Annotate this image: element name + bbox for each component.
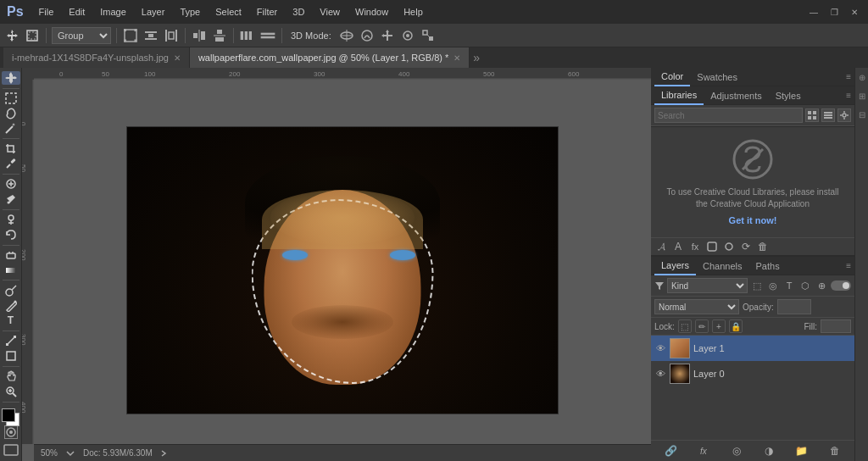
lib-btn-2[interactable]: A: [671, 240, 685, 253]
menu-select[interactable]: Select: [209, 5, 248, 19]
distribute-v-icon[interactable]: [211, 27, 228, 44]
align-icon[interactable]: [142, 27, 159, 44]
foreground-color[interactable]: [2, 408, 15, 422]
tab-channels[interactable]: Channels: [696, 257, 748, 275]
menu-3d[interactable]: 3D: [286, 5, 311, 19]
crop-tool[interactable]: [2, 142, 20, 156]
lock-artboard-btn[interactable]: +: [712, 319, 726, 333]
menu-file[interactable]: File: [32, 5, 61, 19]
text-tool[interactable]: T: [2, 314, 20, 327]
wand-tool[interactable]: [2, 121, 20, 135]
canvas-area[interactable]: 0 50 100 200 300 400 500 600 0 50 200 30…: [22, 68, 651, 461]
layer-1-visibility[interactable]: 👁: [654, 342, 666, 354]
lib-btn-5[interactable]: ⟳: [739, 240, 753, 253]
lib-btn-4[interactable]: [722, 240, 736, 253]
clone-tool[interactable]: [2, 213, 20, 226]
shape-tool[interactable]: [2, 349, 20, 363]
layer-filter-smart[interactable]: ⊕: [815, 279, 828, 292]
lib-btn-1[interactable]: 𝓐: [654, 240, 668, 253]
tab-1-close[interactable]: ✕: [174, 53, 181, 63]
status-forward-icon[interactable]: [159, 447, 168, 459]
layer-filter-adj[interactable]: ◎: [766, 279, 780, 292]
lasso-tool[interactable]: [2, 107, 20, 120]
gradient-tool[interactable]: [2, 264, 20, 277]
layer-adj-btn[interactable]: ◑: [761, 443, 776, 458]
3d-slide-icon[interactable]: [399, 27, 416, 44]
color-panel-menu[interactable]: ≡: [846, 72, 851, 81]
tab-2-close[interactable]: ✕: [453, 53, 460, 63]
zoom-tool[interactable]: [2, 385, 20, 398]
screen-mode-icon[interactable]: [3, 444, 19, 458]
layer-filter-shape[interactable]: ⬡: [798, 279, 812, 292]
layer-delete-btn[interactable]: 🗑: [827, 443, 843, 458]
menu-image[interactable]: Image: [93, 5, 133, 19]
path-tool[interactable]: [2, 335, 20, 348]
history-tool[interactable]: [2, 228, 20, 242]
menu-edit[interactable]: Edit: [62, 5, 92, 19]
menu-layer[interactable]: Layer: [135, 5, 172, 19]
minimize-button[interactable]: —: [807, 5, 821, 19]
more-icon-1[interactable]: [239, 27, 256, 44]
layer-0-visibility[interactable]: 👁: [654, 368, 666, 380]
tab-2[interactable]: wallpaperflare.com_wallpaper.jpg @ 50% (…: [190, 47, 470, 68]
opacity-input[interactable]: 100%: [777, 299, 811, 314]
move-tool-icon[interactable]: [3, 27, 20, 44]
layer-link-btn[interactable]: 🔗: [663, 443, 678, 458]
tab-more-button[interactable]: »: [473, 51, 480, 64]
libraries-list-icon[interactable]: [821, 108, 835, 122]
3d-scale-icon[interactable]: [420, 27, 437, 44]
lib-btn-3[interactable]: [705, 240, 719, 253]
3d-rotate-icon[interactable]: [338, 27, 355, 44]
group-select[interactable]: Group: [52, 27, 111, 44]
layer-mask-btn[interactable]: ◎: [729, 443, 744, 458]
tab-1[interactable]: i-mehrad-1X14S8DFa4Y-unsplash.jpg ✕: [3, 47, 190, 68]
layer-fx-btn[interactable]: fx: [696, 443, 711, 458]
tab-adjustments[interactable]: Adjustments: [704, 86, 769, 105]
layer-filter-pixel[interactable]: ⬚: [750, 279, 764, 292]
status-arrow-icon[interactable]: [64, 447, 76, 459]
blend-mode-select[interactable]: Normal: [654, 299, 739, 314]
maximize-button[interactable]: ❐: [827, 5, 841, 19]
quick-mask-icon[interactable]: [4, 425, 18, 439]
pen-tool[interactable]: [2, 299, 20, 313]
tab-styles[interactable]: Styles: [769, 86, 808, 105]
eyedropper-tool[interactable]: [2, 157, 20, 170]
libraries-grid-icon[interactable]: [805, 108, 819, 122]
menu-type[interactable]: Type: [173, 5, 207, 19]
layer-group-btn[interactable]: 📁: [794, 443, 810, 458]
dodge-tool[interactable]: [2, 284, 20, 297]
layer-kind-select[interactable]: Kind: [667, 278, 748, 293]
eraser-tool[interactable]: [2, 248, 20, 262]
layer-filter-type[interactable]: T: [782, 279, 796, 292]
libraries-search[interactable]: [654, 108, 803, 123]
layer-filter-toggle[interactable]: [831, 280, 851, 291]
lib-btn-6[interactable]: 🗑: [756, 240, 770, 253]
options-icon-2[interactable]: [24, 27, 41, 44]
menu-window[interactable]: Window: [348, 5, 395, 19]
menu-filter[interactable]: Filter: [250, 5, 284, 19]
tab-swatches[interactable]: Swatches: [690, 68, 744, 86]
3d-pan-icon[interactable]: [379, 27, 396, 44]
libraries-settings-icon[interactable]: [837, 108, 851, 122]
menu-view[interactable]: View: [313, 5, 347, 19]
marquee-tool[interactable]: [2, 92, 20, 105]
healing-tool[interactable]: [2, 178, 20, 192]
move-tool[interactable]: [2, 71, 20, 85]
menu-help[interactable]: Help: [397, 5, 430, 19]
close-button[interactable]: ✕: [848, 5, 861, 19]
layers-panel-menu[interactable]: ≡: [846, 261, 851, 270]
strip-icon-3[interactable]: ⊟: [856, 108, 868, 120]
3d-roll-icon[interactable]: [359, 27, 376, 44]
strip-icon-1[interactable]: ⊕: [856, 71, 868, 83]
brush-tool[interactable]: [2, 192, 20, 206]
fill-input[interactable]: 100%: [821, 319, 851, 333]
lock-all-btn[interactable]: 🔒: [729, 319, 743, 333]
layer-row-0[interactable]: 👁 Layer 0: [651, 361, 854, 386]
align-h-icon[interactable]: [191, 27, 208, 44]
strip-icon-2[interactable]: ⊞: [856, 90, 868, 102]
tab-layers[interactable]: Layers: [654, 257, 696, 275]
more-icon-2[interactable]: [259, 27, 276, 44]
tab-color[interactable]: Color: [654, 68, 690, 86]
sub-panel-menu[interactable]: ≡: [846, 91, 851, 100]
hand-tool[interactable]: [2, 369, 20, 383]
